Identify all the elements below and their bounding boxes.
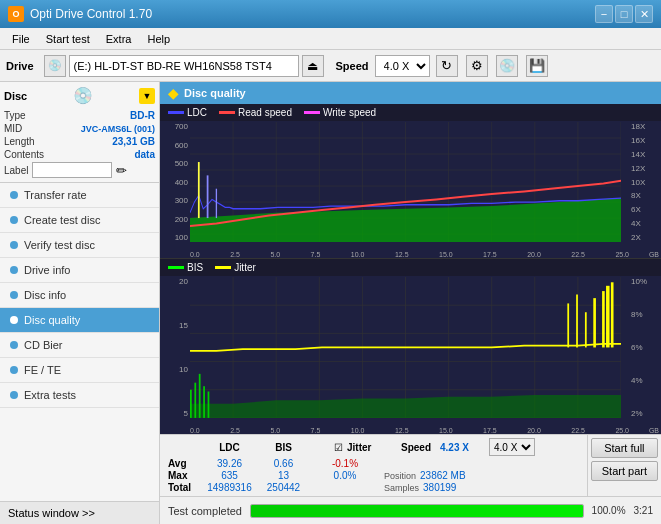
disc-label-edit-icon[interactable]: ✏ bbox=[116, 163, 127, 178]
stats-max-label: Max bbox=[168, 470, 198, 481]
svg-rect-40 bbox=[203, 386, 205, 418]
status-window-button[interactable]: Status window >> bbox=[0, 501, 159, 524]
refresh-button[interactable]: ↻ bbox=[436, 55, 458, 77]
stats-total-bis: 250442 bbox=[261, 482, 306, 493]
legend-write-speed: Write speed bbox=[304, 107, 376, 118]
stats-avg-jitter: -0.1% bbox=[310, 458, 380, 469]
sidebar-item-drive-info[interactable]: Drive info bbox=[0, 258, 159, 283]
nav-dot bbox=[10, 366, 18, 374]
stats-avg-bis: 0.66 bbox=[261, 458, 306, 469]
chart-title: Disc quality bbox=[184, 87, 246, 99]
jitter-label: Jitter bbox=[234, 262, 256, 273]
chart-area: ◆ Disc quality LDC Read speed bbox=[160, 82, 661, 524]
chart2-svg bbox=[190, 277, 621, 418]
write-speed-label: Write speed bbox=[323, 107, 376, 118]
drive-select[interactable]: (E:) HL-DT-ST BD-RE WH16NS58 TST4 bbox=[69, 55, 299, 77]
window-title: Opti Drive Control 1.70 bbox=[30, 7, 152, 21]
nav-dot bbox=[10, 266, 18, 274]
stats-buttons-area: LDC BIS ☑ Jitter Speed 4.23 X 4.0 X 1.0 … bbox=[160, 434, 661, 496]
eject-button[interactable]: ⏏ bbox=[302, 55, 324, 77]
stats-max-jitter: 0.0% bbox=[310, 470, 380, 481]
progress-text: 100.0% bbox=[592, 505, 626, 516]
drive-select-wrapper: (E:) HL-DT-ST BD-RE WH16NS58 TST4 bbox=[69, 55, 299, 77]
stats-header-row: LDC BIS ☑ Jitter Speed 4.23 X 4.0 X 1.0 … bbox=[168, 438, 579, 456]
minimize-button[interactable]: − bbox=[595, 5, 613, 23]
sidebar-item-verify-test-disc[interactable]: Verify test disc bbox=[0, 233, 159, 258]
write-speed-color bbox=[304, 111, 320, 114]
stats-samples-val: 380199 bbox=[423, 482, 456, 493]
ldc-label: LDC bbox=[187, 107, 207, 118]
menu-file[interactable]: File bbox=[4, 31, 38, 47]
stats-bis-header: BIS bbox=[261, 442, 306, 453]
svg-rect-41 bbox=[208, 392, 210, 418]
chart2-y-right-labels: 10% 8% 6% 4% 2% bbox=[629, 277, 661, 418]
svg-rect-37 bbox=[190, 390, 192, 418]
disc-fields: Type BD-R MID JVC-AMS6L (001) Length 23,… bbox=[4, 110, 155, 178]
menu-help[interactable]: Help bbox=[139, 31, 178, 47]
sidebar-item-transfer-rate[interactable]: Transfer rate bbox=[0, 183, 159, 208]
settings-button[interactable]: ⚙ bbox=[466, 55, 488, 77]
legend-ldc: LDC bbox=[168, 107, 207, 118]
main-content: Disc 💿 ▼ Type BD-R MID JVC-AMS6L (001) L… bbox=[0, 82, 661, 524]
menu-start-test[interactable]: Start test bbox=[38, 31, 98, 47]
chart2-y-labels: 20 15 10 5 bbox=[160, 277, 190, 418]
ldc-color bbox=[168, 111, 184, 114]
disc-title: Disc bbox=[4, 90, 27, 102]
stats-max-row: Max 635 13 0.0% Position 23862 MB bbox=[168, 470, 579, 481]
sidebar-item-disc-quality[interactable]: Disc quality bbox=[0, 308, 159, 333]
sidebar-item-fe-te[interactable]: FE / TE bbox=[0, 358, 159, 383]
stats-position-label: Position bbox=[384, 471, 416, 481]
stats-avg-label: Avg bbox=[168, 458, 198, 469]
close-button[interactable]: ✕ bbox=[635, 5, 653, 23]
drive-bar: Drive 💿 (E:) HL-DT-ST BD-RE WH16NS58 TST… bbox=[0, 50, 661, 82]
stats-speed-select[interactable]: 4.0 X 1.0 X bbox=[489, 438, 535, 456]
chart1-x-labels: 0.0 2.5 5.0 7.5 10.0 12.5 15.0 17.5 20.0… bbox=[190, 251, 629, 258]
nav-dot bbox=[10, 291, 18, 299]
status-text: Test completed bbox=[168, 505, 242, 517]
disc-label-input[interactable] bbox=[32, 162, 112, 178]
nav-dot bbox=[10, 341, 18, 349]
chart1-svg bbox=[190, 122, 621, 242]
stats-total-label: Total bbox=[168, 482, 198, 493]
legend-read-speed: Read speed bbox=[219, 107, 292, 118]
chart2-x-labels: 0.0 2.5 5.0 7.5 10.0 12.5 15.0 17.5 20.0… bbox=[190, 427, 629, 434]
nav-label-disc-info: Disc info bbox=[24, 289, 66, 301]
svg-rect-38 bbox=[194, 383, 196, 418]
sidebar-item-cd-bier[interactable]: CD Bier bbox=[0, 333, 159, 358]
stats-ldc-header: LDC bbox=[202, 442, 257, 453]
sidebar-item-extra-tests[interactable]: Extra tests bbox=[0, 383, 159, 408]
speed-select[interactable]: 4.0 X 1.0 X 2.0 X 6.0 X 8.0 X bbox=[375, 55, 430, 77]
disc-length-row: Length 23,31 GB bbox=[4, 136, 155, 147]
chart-header: ◆ Disc quality bbox=[160, 82, 661, 104]
nav-dot bbox=[10, 191, 18, 199]
save-button[interactable]: 💾 bbox=[526, 55, 548, 77]
drive-label: Drive bbox=[6, 60, 34, 72]
read-speed-color bbox=[219, 111, 235, 114]
chart2-container: BIS Jitter bbox=[160, 259, 661, 434]
chart2-gb-label: GB bbox=[649, 427, 659, 434]
chart1-legend: LDC Read speed Write speed bbox=[160, 104, 661, 121]
start-part-button[interactable]: Start part bbox=[591, 461, 658, 481]
stats-jitter-header: Jitter bbox=[347, 442, 397, 453]
chart1-container: LDC Read speed Write speed bbox=[160, 104, 661, 259]
menu-extra[interactable]: Extra bbox=[98, 31, 140, 47]
svg-rect-39 bbox=[199, 374, 201, 418]
disc-options-icon: ▼ bbox=[139, 88, 155, 104]
stats-total-row: Total 14989316 250442 Samples 380199 bbox=[168, 482, 579, 493]
stats-position-val: 23862 MB bbox=[420, 470, 466, 481]
stats-speed-label: Speed bbox=[401, 442, 436, 453]
disc-mid-row: MID JVC-AMS6L (001) bbox=[4, 123, 155, 134]
menu-bar: File Start test Extra Help bbox=[0, 28, 661, 50]
action-buttons: Start full Start part bbox=[587, 435, 661, 496]
chart1-gb-label: GB bbox=[649, 251, 659, 258]
stats-max-bis: 13 bbox=[261, 470, 306, 481]
progress-bar-fill bbox=[251, 505, 583, 517]
maximize-button[interactable]: □ bbox=[615, 5, 633, 23]
start-full-button[interactable]: Start full bbox=[591, 438, 658, 458]
window-controls: − □ ✕ bbox=[595, 5, 653, 23]
nav-dot bbox=[10, 316, 18, 324]
sidebar-item-create-test-disc[interactable]: Create test disc bbox=[0, 208, 159, 233]
sidebar-item-disc-info[interactable]: Disc info bbox=[0, 283, 159, 308]
nav-label-disc-quality: Disc quality bbox=[24, 314, 80, 326]
disc-button[interactable]: 💿 bbox=[496, 55, 518, 77]
